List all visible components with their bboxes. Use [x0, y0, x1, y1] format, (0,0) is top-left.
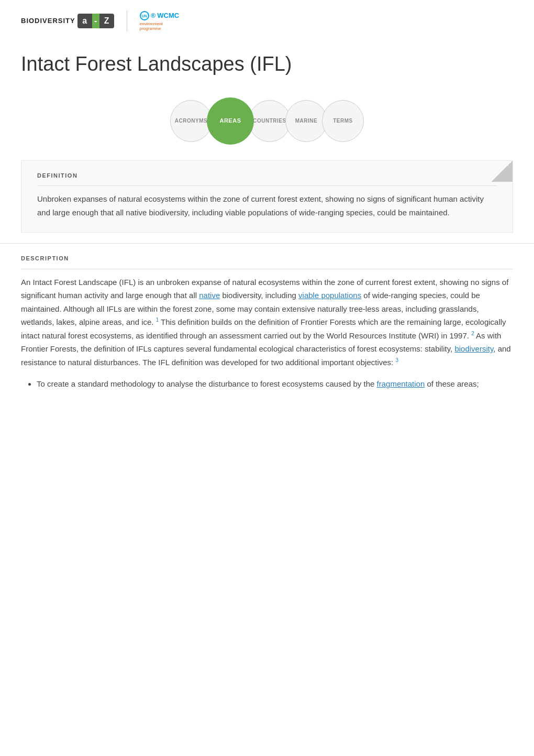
fragmentation-link[interactable]: fragmentation [377, 379, 425, 388]
logo-divider [127, 10, 127, 31]
unep-subtext: environment programme [140, 21, 163, 31]
nav-areas-label: AREAS [219, 116, 241, 126]
description-paragraph-1: An Intact Forest Landscape (IFL) is an u… [21, 276, 513, 369]
definition-label: DEFINITION [37, 171, 497, 187]
unep-wcmc-logo[interactable]: UN ® WCMC environment programme [140, 10, 179, 31]
az-dash: - [92, 14, 99, 28]
biodiversity-link[interactable]: biodiversity [454, 344, 493, 353]
footnote-3[interactable]: 3 [395, 357, 398, 363]
nav-acronyms-label: ACRONYMS [175, 117, 207, 125]
page-title: Intact Forest Landscapes (IFL) [21, 52, 513, 76]
page-title-section: Intact Forest Landscapes (IFL) [0, 37, 534, 87]
site-header: BIODIVERSITY a - Z UN ® WCMC environment… [0, 0, 534, 37]
bullet-item-1: To create a standard methodology to anal… [37, 377, 513, 391]
wcmc-text: WCMC [157, 10, 179, 21]
az-left: a [77, 14, 92, 28]
nav-marine-label: MARINE [295, 117, 317, 125]
nav-marine[interactable]: MARINE [285, 100, 327, 142]
nav-terms-label: TERMS [333, 117, 353, 125]
nav-countries[interactable]: COUNTRIES [249, 100, 291, 142]
description-label: DESCRIPTION [21, 254, 513, 269]
description-bullets: To create a standard methodology to anal… [37, 377, 513, 391]
footnote-1[interactable]: 1 [156, 317, 159, 323]
un-text: ® [151, 10, 156, 21]
biodiversity-logo[interactable]: BIODIVERSITY a - Z [21, 14, 114, 28]
description-section: DESCRIPTION An Intact Forest Landscape (… [0, 243, 534, 406]
nav-acronyms[interactable]: ACRONYMS [170, 100, 212, 142]
nav-areas[interactable]: AREAS [207, 97, 254, 145]
category-navigation: ACRONYMS AREAS COUNTRIES MARINE TERMS [0, 87, 534, 160]
definition-text: Unbroken expanses of natural ecosystems … [37, 192, 497, 219]
un-label: UN [142, 13, 147, 19]
nav-terms[interactable]: TERMS [322, 100, 364, 142]
az-logo: a - Z [77, 14, 114, 28]
biodiversity-text: BIODIVERSITY [21, 16, 75, 27]
footnote-2[interactable]: 2 [471, 331, 474, 336]
viable-populations-link[interactable]: viable populations [298, 291, 361, 300]
definition-card: DEFINITION Unbroken expanses of natural … [21, 160, 513, 233]
az-right: Z [99, 14, 114, 28]
native-link[interactable]: native [199, 291, 220, 300]
nav-countries-label: COUNTRIES [253, 117, 286, 125]
un-circle-icon: UN [140, 11, 149, 20]
